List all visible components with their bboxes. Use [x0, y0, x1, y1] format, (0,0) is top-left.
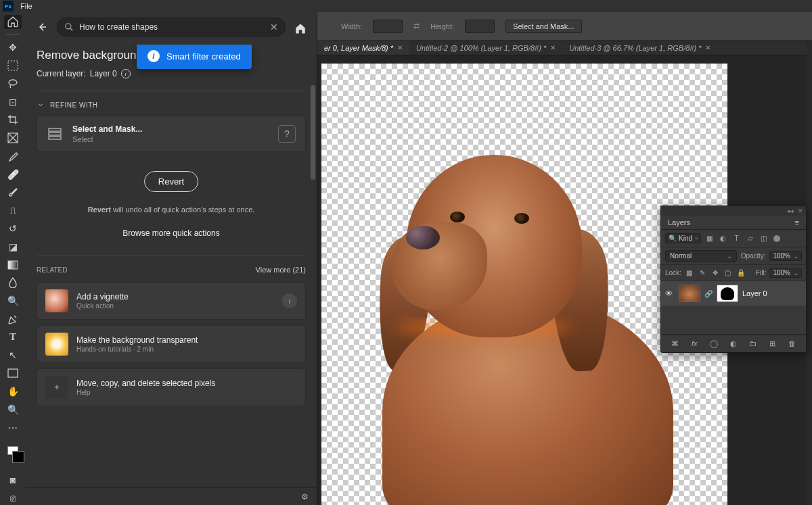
blur-tool-icon[interactable]: [4, 276, 22, 290]
panel-menu-icon[interactable]: ≡: [795, 218, 799, 226]
move-tool-icon[interactable]: ✥: [4, 41, 22, 55]
select-and-mask-button[interactable]: Select and Mask...: [505, 20, 582, 33]
pen-tool-icon[interactable]: [4, 312, 22, 327]
mask-icon[interactable]: ◯: [708, 338, 719, 349]
svg-rect-6: [49, 128, 61, 131]
type-tool-icon[interactable]: T: [4, 330, 22, 344]
screenmode-icon[interactable]: ⎚: [4, 491, 22, 505]
opt-height-input[interactable]: [465, 20, 495, 33]
document-tab[interactable]: er 0, Layer Mask/8) *✕: [317, 41, 409, 55]
close-icon[interactable]: ✕: [397, 44, 403, 51]
search-field[interactable]: ✕: [57, 18, 286, 37]
healing-tool-icon[interactable]: 🩹: [4, 167, 22, 181]
section-label: RELATED: [37, 266, 67, 274]
eraser-tool-icon[interactable]: ◪: [4, 239, 22, 254]
path-tool-icon[interactable]: ↖: [4, 348, 22, 362]
swap-dims-icon[interactable]: ⇄: [413, 22, 420, 30]
document-tab[interactable]: Untitled-3 @ 66.7% (Layer 1, RGB/8#) *✕: [562, 41, 717, 55]
scrollbar[interactable]: [311, 85, 315, 180]
lock-position-icon[interactable]: ✥: [710, 268, 720, 278]
opacity-input[interactable]: 100%: [769, 251, 802, 261]
collapse-icon[interactable]: ◂◂: [787, 208, 794, 214]
gear-icon[interactable]: ⚙: [301, 492, 309, 502]
chevron-down-icon: [37, 101, 45, 109]
layer-row[interactable]: 👁 🔗 Layer 0: [661, 281, 806, 306]
clear-search-icon[interactable]: ✕: [270, 22, 278, 32]
layer-filter-row: 🔍Kind ▦ ◐ T ▱ ◫: [661, 230, 806, 247]
related-item[interactable]: Make the background transparent Hands-on…: [37, 325, 306, 363]
panel-titlebar[interactable]: ◂◂✕: [661, 206, 806, 216]
layer-thumbnail[interactable]: [679, 285, 700, 302]
thumbnail: [45, 333, 68, 356]
refine-section-toggle[interactable]: REFINE WITH: [37, 101, 306, 109]
tab-label: Layers: [668, 218, 690, 226]
adjustment-icon[interactable]: ◐: [728, 338, 739, 349]
zoom-tool-icon[interactable]: 🔍: [4, 402, 22, 416]
close-icon[interactable]: ✕: [550, 44, 556, 51]
frame-tool-icon[interactable]: [4, 131, 22, 145]
link-mask-icon[interactable]: 🔗: [704, 290, 713, 297]
filter-pixel-icon[interactable]: ▦: [704, 233, 715, 243]
lock-transparent-icon[interactable]: ▩: [685, 268, 694, 278]
gradient-tool-icon[interactable]: [4, 258, 22, 272]
blend-mode-dropdown[interactable]: Normal: [665, 250, 737, 262]
item-subtitle: Help: [76, 389, 215, 396]
dodge-tool-icon[interactable]: 🔍: [4, 294, 22, 308]
lock-image-icon[interactable]: ✎: [698, 268, 707, 278]
brush-tool-icon[interactable]: [4, 185, 22, 199]
filter-shape-icon[interactable]: ▱: [745, 233, 755, 243]
panel-tab[interactable]: Layers≡: [661, 216, 806, 230]
fx-icon[interactable]: fx: [689, 338, 700, 349]
related-item[interactable]: Add a vignette Quick action i: [37, 282, 306, 320]
group-icon[interactable]: 🗀: [748, 338, 759, 349]
more-tools-icon[interactable]: ⋯: [4, 420, 22, 435]
hand-tool-icon[interactable]: ✋: [4, 385, 22, 399]
link-layers-icon[interactable]: ⌘: [669, 338, 680, 349]
opt-height-label: Height:: [430, 22, 454, 30]
close-icon[interactable]: ✕: [705, 44, 710, 51]
info-icon[interactable]: i: [282, 293, 297, 308]
filter-kind-dropdown[interactable]: 🔍Kind: [665, 233, 701, 243]
delete-layer-icon[interactable]: 🗑: [786, 338, 797, 349]
opt-width-input[interactable]: [373, 20, 403, 33]
eyedropper-tool-icon[interactable]: [4, 149, 22, 163]
svg-rect-8: [49, 137, 61, 139]
rectangle-tool-icon[interactable]: [4, 366, 22, 381]
search-input[interactable]: [79, 22, 265, 32]
help-icon[interactable]: ?: [278, 125, 296, 143]
new-layer-icon[interactable]: ⊞: [767, 338, 778, 349]
marquee-tool-icon[interactable]: [4, 59, 22, 73]
layers-panel: ◂◂✕ Layers≡ 🔍Kind ▦ ◐ T ▱ ◫ Normal Opaci…: [660, 206, 807, 353]
quickmask-icon[interactable]: ◙: [4, 473, 22, 487]
crop-tool-icon[interactable]: [4, 113, 22, 127]
browse-more-link[interactable]: Browse more quick actions: [37, 229, 306, 238]
close-icon[interactable]: ✕: [798, 208, 803, 214]
layer-name[interactable]: Layer 0: [742, 289, 767, 297]
app-logo: Ps: [3, 1, 14, 11]
related-item[interactable]: ✦ Move, copy, and delete selected pixels…: [37, 368, 306, 406]
right-collapsed-dock[interactable]: [807, 41, 812, 505]
quick-select-tool-icon[interactable]: ⊡: [4, 95, 22, 109]
foreground-background-color[interactable]: [7, 446, 18, 455]
lasso-tool-icon[interactable]: [4, 76, 22, 91]
filter-smart-icon[interactable]: ◫: [759, 233, 769, 243]
history-brush-tool-icon[interactable]: ↺: [4, 222, 22, 236]
filter-adjust-icon[interactable]: ◐: [718, 233, 728, 243]
fill-input[interactable]: 100%: [769, 268, 802, 278]
view-more-link[interactable]: View more (21): [256, 266, 306, 274]
menu-file[interactable]: File: [16, 2, 37, 10]
back-button[interactable]: [34, 19, 50, 35]
revert-button[interactable]: Revert: [144, 171, 198, 192]
stamp-tool-icon[interactable]: ⎍: [4, 203, 22, 218]
discover-home-button[interactable]: [292, 20, 309, 37]
document-tab[interactable]: Untitled-2 @ 100% (Layer 1, RGB/8#) *✕: [409, 41, 562, 55]
lock-all-icon[interactable]: 🔒: [736, 268, 746, 278]
filter-type-icon[interactable]: T: [731, 233, 742, 243]
visibility-icon[interactable]: 👁: [665, 289, 675, 297]
filter-toggle[interactable]: [773, 235, 780, 242]
refine-card[interactable]: Select and Mask... Select ?: [37, 116, 306, 152]
info-icon[interactable]: i: [121, 69, 131, 78]
mask-thumbnail[interactable]: [717, 285, 738, 302]
lock-artboard-icon[interactable]: ▢: [723, 268, 733, 278]
home-tool-icon[interactable]: [4, 15, 22, 29]
